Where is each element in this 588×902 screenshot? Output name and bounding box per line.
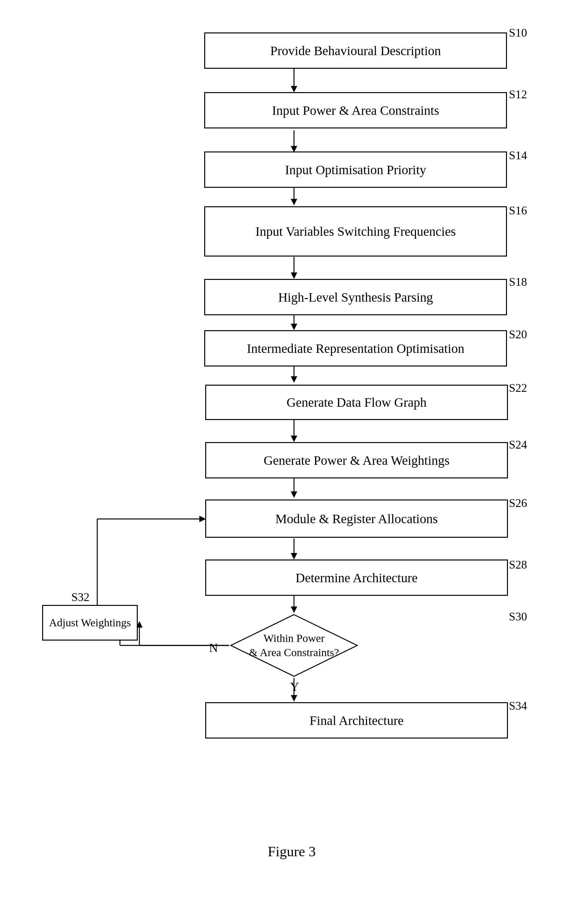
box-s32: Adjust Weightings bbox=[42, 605, 138, 640]
label-s16: S16 bbox=[509, 204, 527, 217]
svg-marker-15 bbox=[291, 492, 297, 498]
box-s34: Final Architecture bbox=[205, 702, 508, 739]
box-s18-text: High-Level Synthesis Parsing bbox=[278, 290, 433, 305]
box-s16: Input Variables Switching Frequencies bbox=[204, 206, 507, 257]
box-s12: Input Power & Area Constraints bbox=[204, 92, 507, 128]
box-s14: Input Optimisation Priority bbox=[204, 152, 507, 188]
box-s20: Intermediate Representation Optimisation bbox=[204, 330, 507, 366]
figure-caption: Figure 3 bbox=[211, 843, 373, 860]
svg-marker-11 bbox=[291, 376, 297, 383]
box-s16-text: Input Variables Switching Frequencies bbox=[255, 224, 456, 239]
box-s14-text: Input Optimisation Priority bbox=[285, 162, 426, 177]
label-s30: S30 bbox=[509, 610, 527, 623]
diagram-container: S10 S12 S14 S16 S18 S20 S22 S24 S26 S28 … bbox=[0, 0, 588, 902]
box-s28: Determine Architecture bbox=[205, 559, 508, 596]
box-s10: Provide Behavioural Description bbox=[204, 33, 507, 69]
label-s24: S24 bbox=[509, 438, 527, 451]
box-s34-text: Final Architecture bbox=[310, 713, 403, 728]
box-s22-text: Generate Data Flow Graph bbox=[286, 395, 427, 410]
label-s20: S20 bbox=[509, 327, 527, 341]
box-s12-text: Input Power & Area Constraints bbox=[272, 103, 439, 118]
diamond-s30 bbox=[229, 613, 359, 678]
box-s26-text: Module & Register Allocations bbox=[275, 511, 438, 526]
box-s32-text: Adjust Weightings bbox=[49, 617, 131, 629]
svg-marker-30 bbox=[231, 615, 357, 676]
box-s26: Module & Register Allocations bbox=[205, 500, 508, 538]
svg-marker-1 bbox=[291, 86, 297, 92]
label-s22: S22 bbox=[509, 381, 527, 395]
label-s14: S14 bbox=[509, 149, 527, 162]
label-s12: S12 bbox=[509, 88, 527, 101]
svg-marker-9 bbox=[291, 324, 297, 330]
box-s22: Generate Data Flow Graph bbox=[205, 385, 508, 420]
box-s28-text: Determine Architecture bbox=[296, 570, 418, 586]
label-s18: S18 bbox=[509, 275, 527, 289]
svg-marker-17 bbox=[291, 553, 297, 559]
label-s26: S26 bbox=[509, 496, 527, 510]
svg-marker-7 bbox=[291, 272, 297, 279]
svg-marker-21 bbox=[291, 695, 297, 702]
label-s10: S10 bbox=[509, 26, 527, 39]
svg-marker-5 bbox=[291, 199, 297, 205]
svg-marker-19 bbox=[291, 606, 297, 613]
label-s32: S32 bbox=[71, 590, 89, 604]
label-s28: S28 bbox=[509, 558, 527, 572]
box-s20-text: Intermediate Representation Optimisation bbox=[247, 341, 464, 356]
label-s34: S34 bbox=[509, 699, 527, 713]
box-s24: Generate Power & Area Weightings bbox=[205, 442, 508, 478]
box-s18: High-Level Synthesis Parsing bbox=[204, 279, 507, 315]
svg-marker-13 bbox=[291, 435, 297, 442]
n-label: N bbox=[209, 640, 218, 655]
box-s24-text: Generate Power & Area Weightings bbox=[264, 453, 450, 468]
y-label: Y bbox=[290, 680, 299, 694]
svg-marker-29 bbox=[199, 516, 206, 522]
box-s10-text: Provide Behavioural Description bbox=[271, 43, 441, 58]
